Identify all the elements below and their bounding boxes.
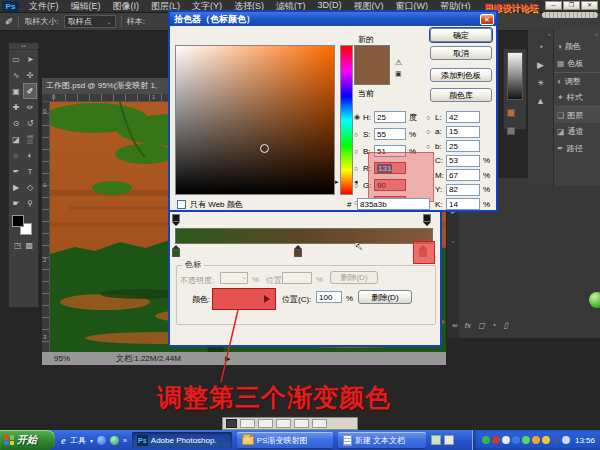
tray-icon[interactable] (542, 436, 550, 444)
tool-icon[interactable]: ✚ (9, 99, 23, 115)
toolbar-extra-icon[interactable]: ▩ (26, 241, 34, 250)
tool-icon[interactable]: ◇ (23, 179, 37, 195)
ime-segment[interactable] (276, 419, 291, 428)
dock-panel-icon[interactable]: ◔ (538, 38, 543, 56)
tool-icon[interactable]: ✏ (23, 99, 37, 115)
radio-button[interactable]: ○ (354, 148, 363, 155)
value-input[interactable]: 51 (374, 145, 406, 157)
tool-icon[interactable]: ∿ (9, 67, 23, 83)
gradient-preview[interactable] (175, 228, 433, 244)
sample-size-dropdown[interactable]: 取样点 ⌄ (64, 15, 116, 28)
opacity-stop-left[interactable] (172, 214, 181, 226)
ime-segment[interactable] (294, 419, 309, 428)
tool-icon[interactable]: ▒ (23, 131, 37, 147)
tool-icon[interactable]: ✐ (23, 83, 37, 99)
quick-launch-icon[interactable] (97, 436, 106, 445)
value-input[interactable]: 55 (374, 128, 406, 140)
zoom-level[interactable]: 95% (54, 354, 70, 363)
panel-bottom-icon[interactable]: ▯ (503, 321, 507, 330)
ime-segment[interactable] (240, 419, 255, 428)
annotation-color-swatch-highlight[interactable] (212, 288, 276, 310)
dock-panel-tab[interactable]: ◪ 通道 (554, 123, 600, 140)
ok-button[interactable]: 确定 (430, 28, 492, 42)
color-field-marker[interactable] (260, 144, 269, 153)
tray-icon[interactable] (482, 436, 490, 444)
toolbar-extra-icon[interactable]: ◳ (14, 241, 22, 250)
close-button[interactable]: ✕ (581, 1, 598, 10)
minimize-button[interactable]: ─ (545, 1, 562, 10)
messenger-ball-icon[interactable] (589, 292, 600, 308)
internet-explorer-icon[interactable]: e (61, 434, 66, 446)
menu-item[interactable]: 图像(I) (107, 0, 146, 13)
value-input[interactable]: 82 (446, 184, 480, 196)
radio-button[interactable]: ○ (426, 143, 435, 150)
palette-grip[interactable]: ▪▪ (9, 43, 38, 50)
dock-panel-tab[interactable]: ✦ 样式 (554, 89, 600, 106)
dock-panel-tab[interactable]: ❏ 图层 (554, 106, 600, 123)
tool-icon[interactable]: ☛ (9, 195, 23, 211)
ime-segment[interactable] (312, 419, 327, 428)
panel-bottom-icon[interactable]: fx (465, 321, 471, 330)
hue-slider[interactable] (340, 45, 353, 195)
radio-button[interactable]: ◉ (354, 113, 363, 121)
add-to-swatches-button[interactable]: 添加到色板 (430, 68, 492, 82)
tool-icon[interactable]: ▭ (9, 51, 23, 67)
opacity-input[interactable]: ⌄ (220, 272, 248, 284)
tool-icon[interactable]: T (23, 163, 37, 179)
ime-language-bar[interactable] (222, 417, 358, 430)
overflow-chevron-icon[interactable]: » (123, 437, 127, 444)
chevron-down-icon[interactable]: ▾ (90, 437, 93, 444)
ime-segment[interactable] (258, 419, 273, 428)
dock-panel-tab[interactable]: ◐ 调整 (554, 72, 600, 89)
taskbar-button-folder[interactable]: PS渐变映射图 (237, 432, 333, 448)
menu-item[interactable]: 编辑(E) (65, 0, 107, 13)
taskbar-button-notepad[interactable]: 新建 文本文档 (338, 432, 426, 448)
color-libraries-button[interactable]: 颜色库 (430, 88, 492, 102)
tool-icon[interactable]: ▣ (9, 83, 23, 99)
ime-icon[interactable] (226, 419, 237, 428)
tool-icon[interactable]: ◐ (23, 147, 37, 163)
value-input[interactable]: 25 (374, 111, 406, 123)
checkbox[interactable] (177, 200, 186, 209)
start-button[interactable]: 开始 (0, 430, 55, 450)
dock-panel-icon[interactable]: ▶ (537, 56, 544, 74)
web-colors-only-option[interactable]: 只有 Web 颜色 (177, 199, 243, 210)
dock-panel-icon[interactable]: ☀ (536, 74, 544, 92)
radio-button[interactable]: ○ (426, 114, 435, 121)
panel-bottom-icon[interactable]: ∞ (452, 321, 458, 330)
opacity-stop-right[interactable] (423, 214, 432, 226)
hex-input[interactable]: 835a3b (357, 198, 430, 210)
quick-launch-icon[interactable] (110, 436, 119, 445)
tray-icon[interactable] (512, 436, 520, 444)
menu-item[interactable]: 文件(F) (23, 0, 65, 13)
tool-icon[interactable]: ▶ (9, 179, 23, 195)
delete-stop-button[interactable]: 删除(D) (358, 290, 412, 304)
value-input[interactable]: 42 (446, 111, 480, 123)
radio-button[interactable]: ○ (426, 128, 435, 135)
tray-icon[interactable] (552, 436, 560, 444)
cancel-button[interactable]: 取消 (430, 46, 492, 60)
tool-icon[interactable]: ✒ (9, 163, 23, 179)
taskbar-mini-icon[interactable] (444, 435, 454, 445)
panel-bottom-icon[interactable]: ◻ (478, 321, 485, 330)
tool-icon[interactable]: ➤ (23, 51, 37, 67)
tool-icon[interactable]: ⊙ (9, 115, 23, 131)
tool-icon[interactable]: ○ (9, 147, 23, 163)
swatch-menu-arrow-icon[interactable] (264, 295, 270, 303)
value-input[interactable]: 90 (374, 179, 406, 191)
radio-button[interactable]: ○ (354, 131, 363, 138)
radio-button[interactable]: ○ (354, 165, 363, 172)
collapse-icon[interactable]: » (546, 30, 553, 38)
tools-toolbar-label[interactable]: 工具 (70, 435, 86, 446)
tray-icon[interactable] (562, 436, 570, 444)
foreground-color-swatch[interactable] (12, 215, 24, 227)
value-input[interactable]: 25 (446, 140, 480, 152)
tool-icon[interactable]: ✣ (23, 67, 37, 83)
dock-panel-tab[interactable]: ◑ 颜色 (554, 38, 600, 55)
taskbar-button-photoshop[interactable]: Ps Adobe Photoshop. (132, 432, 232, 448)
dock-panel-icon[interactable]: ▲ (536, 92, 545, 110)
radio-button[interactable]: ○ (354, 182, 363, 189)
dialog-title-bar[interactable]: 拾色器（色标颜色） (170, 12, 496, 26)
hue-slider-arrow-left-icon[interactable]: ▸ (335, 178, 339, 186)
restore-button[interactable]: ❐ (563, 1, 580, 10)
